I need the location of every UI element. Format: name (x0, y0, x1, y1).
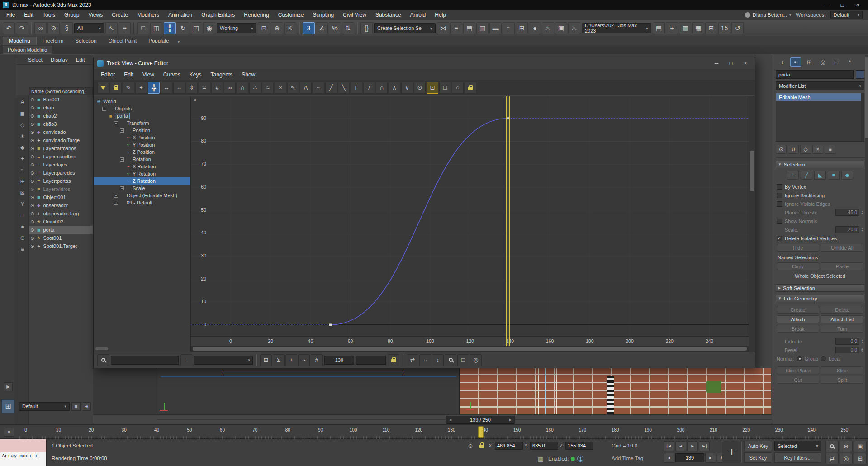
stack-item[interactable]: Editable Mesh (776, 93, 864, 101)
visibility-eye-icon[interactable] (30, 178, 34, 184)
filter-bones-icon[interactable]: Y (18, 198, 28, 209)
filter-groups-icon[interactable]: ⊞ (18, 176, 28, 187)
extrude-spinner[interactable]: Extrude 0.0 ▲▼ (777, 337, 863, 346)
edit-named-selection-sets-icon[interactable]: {} (360, 22, 373, 34)
trackview-tree-item[interactable]: − Transform (94, 119, 190, 127)
tangent-spline-icon[interactable]: ~ (313, 82, 324, 94)
trackview-tree-item[interactable]: Y Rotation (94, 170, 190, 177)
schematic-view-icon[interactable]: ⊞ (516, 22, 528, 34)
stack-scrollbar[interactable] (861, 93, 864, 141)
unlink-selection-icon[interactable]: ⊘ (47, 22, 60, 34)
add-key-mode-icon[interactable]: + (285, 354, 297, 366)
polygon-mode-icon[interactable]: ■ (828, 171, 840, 180)
toggle-ribbon-icon[interactable]: ▬ (489, 22, 502, 34)
interactive-update-icon[interactable]: ⊡ (427, 82, 438, 94)
Layer:armarios[interactable]: Layer:armarios (29, 144, 93, 152)
project-folder-dropdown[interactable]: C:\Users\202...3ds Max 2023 (582, 23, 651, 33)
slice-cut-button[interactable]: Slice Plane (777, 366, 819, 374)
trackview-tree-item[interactable]: + Object (Editable Mesh) (94, 192, 190, 199)
trackview-frame-slider[interactable] (506, 96, 510, 346)
trackview-tree-item[interactable]: + Scale (94, 185, 190, 192)
render-setup-icon[interactable]: ♨ (542, 22, 554, 34)
percent-snap-icon[interactable]: % (329, 22, 341, 34)
y-coord-field[interactable] (530, 442, 558, 450)
slice-cut-button[interactable]: Slice (821, 366, 863, 374)
layer-list-icon[interactable]: ▤ (653, 22, 665, 34)
listener-pane[interactable]: Array modifi (0, 452, 46, 466)
track-bar-timeline[interactable]: ≡ 01020304050607080901001101201301401501… (0, 424, 868, 439)
trackview-menu-item[interactable]: Edit (119, 71, 138, 79)
curve-editor-icon[interactable]: ≈ (503, 22, 515, 34)
filter-xrefs-icon[interactable]: ⊠ (18, 187, 28, 198)
visibility-eye-icon[interactable] (30, 129, 34, 135)
expand-toggle-icon[interactable]: − (120, 128, 124, 133)
viewport-left-sliver[interactable] (93, 368, 157, 414)
Spot001.Target[interactable]: Spot001.Target (29, 242, 93, 250)
filter-cameras-icon[interactable]: ◆ (18, 142, 28, 153)
previous-frame-arrow[interactable]: ◄ (448, 418, 452, 422)
zoom-icon[interactable] (445, 354, 456, 366)
zoom-region-icon[interactable]: □ (457, 354, 469, 366)
visibility-eye-icon[interactable] (30, 97, 34, 102)
tangent-smooth-icon[interactable]: ∩ (376, 82, 388, 94)
Layer:paredes[interactable]: Layer:paredes (29, 169, 93, 177)
normal-group-radio[interactable] (797, 356, 802, 361)
macro-recorder-pane[interactable] (0, 439, 46, 452)
trackview-tree-item[interactable]: − Position (94, 127, 190, 134)
visibility-eye-icon[interactable] (30, 235, 34, 241)
reference-coordinate-system-dropdown[interactable]: Working (217, 23, 256, 33)
Layer:lajes[interactable]: Layer:lajes (29, 161, 93, 169)
sort-alphabetical-icon[interactable]: A (18, 96, 28, 108)
render-production-icon[interactable]: ♨ (568, 22, 580, 34)
viewport-camera-brick[interactable] (460, 368, 771, 414)
zoom-selected-icon[interactable] (97, 354, 109, 366)
edge-mode-icon[interactable]: ╱ (801, 171, 812, 180)
slice-cut-button[interactable]: Cut (777, 376, 819, 384)
named-selection-sets-dropdown[interactable]: Create Selection Se (374, 23, 436, 33)
menu-item[interactable]: Create (107, 10, 133, 19)
tab-modify[interactable]: ≈ (790, 57, 801, 67)
trackview-time-ruler[interactable]: 020406080100120140160180200220240 (191, 336, 749, 346)
retime-keys-icon[interactable]: ≍ (199, 82, 210, 94)
layer-properties-icon[interactable]: ▥ (679, 22, 691, 34)
filter-geometry-icon[interactable]: ◼ (18, 108, 28, 119)
rollout-soft-selection-header[interactable]: ▶ Soft Selection (776, 284, 864, 292)
move-keys-icon[interactable]: ╬ (148, 82, 160, 94)
previous-key-button[interactable]: ◄ (664, 453, 674, 463)
Layer:vidros[interactable]: Layer:vidros (29, 185, 93, 193)
tab-motion[interactable]: ◎ (817, 57, 828, 67)
lock-keys-icon[interactable] (110, 82, 122, 94)
ignore-visible-edges-checkbox[interactable]: Ignore Visible Edges (777, 200, 863, 208)
parameter-out-of-range-icon[interactable]: ∞ (224, 82, 236, 94)
ignore-backfacing-checkbox[interactable]: Ignore Backfacing (777, 191, 863, 200)
mirror-icon[interactable]: ⋈ (437, 22, 449, 34)
planar-threshold-spinner[interactable]: Planar Thresh: 45.0 ▲▼ (777, 208, 863, 217)
graph-vertical-scrollbar[interactable] (749, 96, 755, 352)
observador[interactable]: observador (29, 201, 93, 209)
rectangular-selection-region-icon[interactable]: □ (137, 22, 149, 34)
maximize-viewport-icon[interactable]: ⊞ (854, 453, 867, 464)
visibility-eye-icon[interactable] (30, 162, 34, 167)
ribbon-tab[interactable]: Modeling (3, 37, 37, 45)
expand-toggle-icon[interactable]: − (114, 121, 118, 125)
object-color-swatch[interactable] (856, 70, 864, 79)
current-frame-marker[interactable] (478, 426, 484, 438)
selection-lock-icon[interactable] (477, 442, 486, 451)
extra-grid-icon[interactable]: ⊞ (705, 22, 717, 34)
add-keys-icon[interactable]: + (135, 82, 147, 94)
track-selection-dropdown[interactable] (194, 356, 253, 365)
menu-item[interactable]: Help (430, 10, 451, 19)
menu-item[interactable]: Modifiers (133, 10, 164, 19)
go-to-end-button[interactable]: ►| (699, 441, 710, 451)
Box001[interactable]: Box001 (29, 95, 93, 104)
key-value-field[interactable] (356, 356, 386, 365)
visibility-eye-icon[interactable] (30, 105, 34, 110)
info-badge[interactable]: 1 (577, 456, 583, 462)
scale-values-icon[interactable]: ⇕ (186, 82, 198, 94)
menu-item[interactable]: Rendering (239, 10, 273, 19)
snap-key-icon[interactable]: # (311, 354, 323, 366)
visibility-eye-icon[interactable] (30, 227, 34, 233)
angle-snap-icon[interactable]: ∠ (316, 22, 328, 34)
filter-shapes-icon[interactable]: ◇ (18, 119, 28, 130)
play-button[interactable]: ► (687, 441, 698, 451)
